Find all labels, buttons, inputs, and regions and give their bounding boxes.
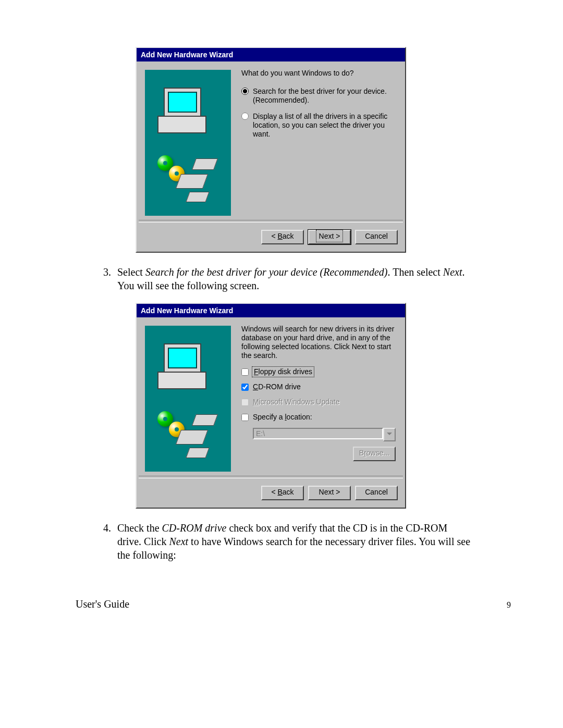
footer-left: User's Guide	[76, 598, 129, 610]
page-number: 9	[507, 600, 511, 610]
instruction-step-4: 4. Check the CD-ROM drive check box and …	[96, 521, 472, 562]
radio-search-best-driver[interactable]: Search for the best driver for your devi…	[241, 87, 396, 105]
radio-label: Search for the best driver for your devi…	[253, 87, 396, 105]
page-footer: User's Guide 9	[76, 598, 511, 610]
add-new-hardware-dialog-1: Add New Hardware Wizard What do you want…	[136, 47, 406, 253]
radio-display-list[interactable]: Display a list of all the drivers in a s…	[241, 112, 396, 139]
checkbox-input[interactable]	[241, 384, 249, 391]
instruction-step-3: 3. Select Search for the best driver for…	[96, 265, 472, 292]
checkbox-cdrom-drive[interactable]: CD-ROM drive	[241, 382, 396, 391]
back-button[interactable]: < Back	[261, 230, 304, 244]
location-input	[253, 428, 383, 439]
back-button[interactable]: < Back	[261, 486, 304, 500]
browse-button: Browse...	[353, 447, 396, 461]
cancel-button[interactable]: Cancel	[355, 486, 398, 500]
add-new-hardware-dialog-2: Add New Hardware Wizard Windows will sea…	[136, 303, 406, 509]
radio-label: Display a list of all the drivers in a s…	[253, 112, 396, 139]
radio-input[interactable]	[241, 88, 249, 95]
checkbox-floppy-drives[interactable]: Floppy disk drives	[241, 367, 396, 376]
next-button[interactable]: Next >	[308, 486, 351, 500]
dialog-title: Add New Hardware Wizard	[137, 304, 405, 317]
checkbox-input	[241, 399, 249, 406]
dropdown-icon	[383, 428, 396, 441]
checkbox-input[interactable]	[241, 414, 249, 421]
wizard-description: Windows will search for new drivers in i…	[241, 325, 396, 360]
checkbox-input[interactable]	[241, 368, 249, 376]
wizard-question: What do you want Windows to do?	[241, 69, 396, 78]
location-row	[253, 428, 396, 441]
separator	[139, 220, 403, 223]
next-button[interactable]: Next >	[308, 230, 351, 244]
radio-input[interactable]	[241, 113, 249, 120]
checkbox-windows-update: Microsoft Windows Update	[241, 398, 396, 406]
dialog-title: Add New Hardware Wizard	[137, 48, 405, 61]
cancel-button[interactable]: Cancel	[355, 230, 398, 244]
wizard-illustration	[145, 326, 231, 472]
wizard-illustration	[145, 70, 231, 216]
separator	[139, 476, 403, 478]
checkbox-specify-location[interactable]: Specify a location:	[241, 413, 396, 422]
